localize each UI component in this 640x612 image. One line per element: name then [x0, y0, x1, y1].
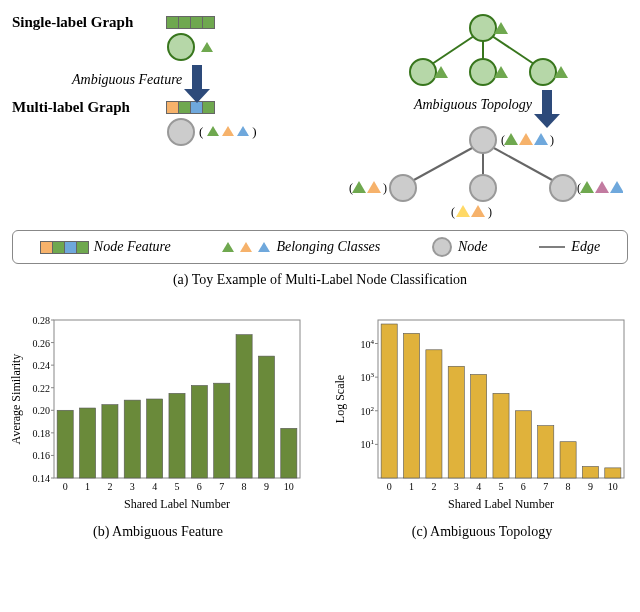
svg-text:Log Scale: Log Scale — [333, 375, 347, 423]
svg-text:7: 7 — [219, 481, 224, 492]
svg-text:Average Similarity: Average Similarity — [9, 354, 23, 445]
svg-rect-103 — [560, 442, 576, 478]
svg-text:10: 10 — [608, 481, 618, 492]
svg-text:1: 1 — [85, 481, 90, 492]
svg-text:0: 0 — [387, 481, 392, 492]
single-feature-vector — [166, 16, 214, 29]
charts-row: 0.140.160.180.200.220.240.260.2801234567… — [8, 312, 632, 556]
topology-column: Ambiguous Topology ( ) ( ) — [338, 12, 628, 224]
legend: Node Feature Belonging Classes Node Edge — [12, 230, 628, 264]
svg-point-14 — [470, 127, 496, 153]
svg-rect-87 — [381, 324, 397, 478]
svg-text:4: 4 — [152, 481, 157, 492]
svg-marker-32 — [580, 181, 594, 193]
legend-label: Edge — [571, 239, 600, 255]
svg-text:): ) — [550, 133, 554, 147]
panel-a-caption: (a) Toy Example of Multi-Label Node Clas… — [12, 272, 628, 288]
svg-text:101: 101 — [361, 438, 375, 450]
svg-rect-58 — [102, 405, 118, 478]
svg-point-30 — [550, 175, 576, 201]
svg-text:0.22: 0.22 — [33, 383, 51, 394]
svg-text:0.16: 0.16 — [33, 450, 51, 461]
svg-text:103: 103 — [361, 371, 375, 383]
chart-c-caption: (c) Ambiguous Topology — [332, 524, 632, 540]
svg-text:7: 7 — [543, 481, 548, 492]
multi-label-tree: ( ) ( ) ( ) ( — [343, 124, 623, 224]
svg-rect-60 — [124, 400, 140, 478]
legend-label: Belonging Classes — [276, 239, 380, 255]
single-node — [167, 33, 195, 61]
svg-text:0.28: 0.28 — [33, 315, 51, 326]
svg-rect-70 — [236, 335, 252, 478]
single-label-tree — [383, 12, 583, 92]
svg-marker-33 — [595, 181, 609, 193]
svg-rect-74 — [281, 428, 297, 478]
svg-rect-99 — [515, 411, 531, 478]
svg-rect-64 — [169, 393, 185, 478]
single-label-title: Single-label Graph — [12, 14, 162, 31]
svg-marker-18 — [534, 133, 548, 145]
legend-belonging-classes: Belonging Classes — [222, 239, 380, 255]
chart-b: 0.140.160.180.200.220.240.260.2801234567… — [8, 312, 308, 556]
legend-edge: Edge — [539, 239, 600, 255]
svg-text:): ) — [488, 205, 492, 219]
svg-text:): ) — [383, 181, 387, 195]
svg-line-11 — [403, 142, 483, 186]
svg-text:0.26: 0.26 — [33, 338, 51, 349]
svg-rect-54 — [57, 410, 73, 478]
svg-text:0.14: 0.14 — [33, 473, 51, 484]
arrow-down-icon — [542, 90, 552, 120]
svg-point-7 — [470, 59, 496, 85]
svg-marker-27 — [456, 205, 470, 217]
svg-point-25 — [470, 175, 496, 201]
svg-text:0.24: 0.24 — [33, 360, 51, 371]
svg-text:0.18: 0.18 — [33, 428, 51, 439]
ambiguous-feature-label: Ambiguous Feature — [72, 72, 182, 88]
svg-rect-105 — [582, 466, 598, 478]
svg-point-9 — [530, 59, 556, 85]
legend-node-feature: Node Feature — [40, 239, 171, 255]
svg-text:6: 6 — [197, 481, 202, 492]
svg-marker-22 — [352, 181, 366, 193]
multi-label-title: Multi-label Graph — [12, 99, 162, 116]
svg-point-20 — [390, 175, 416, 201]
chart-b-svg: 0.140.160.180.200.220.240.260.2801234567… — [8, 312, 308, 512]
svg-text:0.20: 0.20 — [33, 405, 51, 416]
legend-node: Node — [432, 237, 488, 257]
svg-text:9: 9 — [264, 481, 269, 492]
svg-rect-95 — [471, 374, 487, 478]
svg-rect-101 — [538, 426, 554, 478]
svg-line-13 — [483, 142, 563, 186]
svg-text:3: 3 — [454, 481, 459, 492]
legend-label: Node — [458, 239, 488, 255]
svg-text:(: ( — [451, 205, 455, 219]
svg-text:4: 4 — [476, 481, 481, 492]
svg-marker-23 — [367, 181, 381, 193]
svg-text:10: 10 — [284, 481, 294, 492]
svg-text:6: 6 — [521, 481, 526, 492]
triangle-icon — [201, 42, 213, 52]
ambiguous-topology-label: Ambiguous Topology — [414, 97, 532, 113]
svg-text:102: 102 — [361, 405, 375, 417]
svg-rect-68 — [214, 383, 230, 478]
svg-marker-28 — [471, 205, 485, 217]
class-set: ( ) — [199, 124, 257, 140]
svg-text:8: 8 — [566, 481, 571, 492]
arrow-down-icon — [192, 65, 202, 95]
legend-label: Node Feature — [94, 239, 171, 255]
svg-point-3 — [470, 15, 496, 41]
svg-rect-93 — [448, 366, 464, 478]
svg-rect-89 — [403, 333, 419, 478]
svg-rect-56 — [79, 408, 95, 478]
svg-text:104: 104 — [361, 338, 375, 350]
svg-text:1: 1 — [409, 481, 414, 492]
svg-marker-34 — [610, 181, 623, 193]
svg-text:Shared Label Number: Shared Label Number — [448, 497, 554, 511]
svg-rect-62 — [147, 399, 163, 478]
svg-text:8: 8 — [242, 481, 247, 492]
multi-node — [167, 118, 195, 146]
chart-c: 101102103104012345678910Shared Label Num… — [332, 312, 632, 556]
svg-marker-17 — [519, 133, 533, 145]
svg-rect-66 — [191, 385, 207, 478]
svg-text:0: 0 — [63, 481, 68, 492]
